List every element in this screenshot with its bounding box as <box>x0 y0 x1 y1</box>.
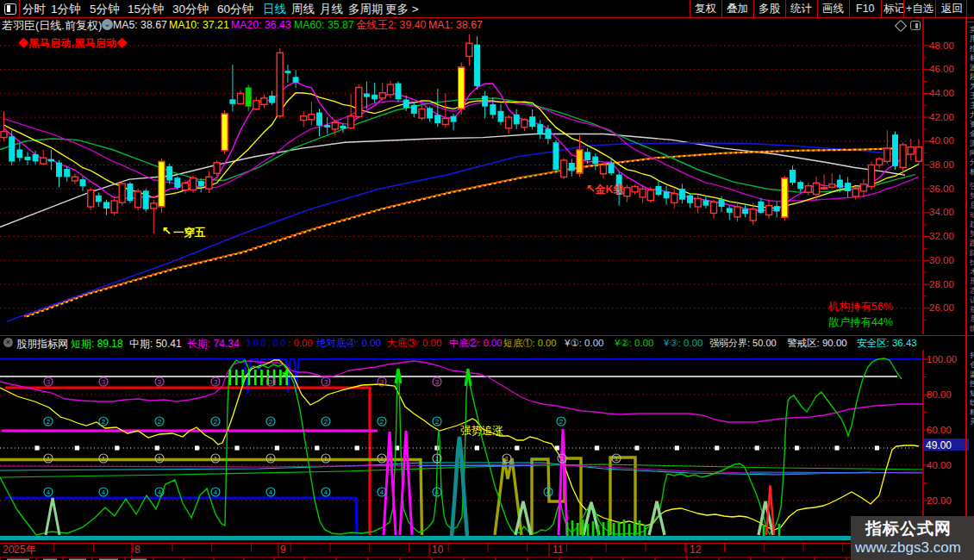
svg-text:1: 1 <box>158 455 162 463</box>
svg-text:4: 4 <box>102 488 106 496</box>
svg-text:3: 3 <box>214 378 218 386</box>
svg-text:3: 3 <box>435 378 440 386</box>
svg-text:4: 4 <box>546 488 551 496</box>
svg-text:4: 4 <box>269 488 273 496</box>
svg-text:1: 1 <box>47 455 51 463</box>
svg-text:3: 3 <box>380 378 384 386</box>
svg-text:1: 1 <box>269 455 273 463</box>
svg-text:2: 2 <box>269 418 273 426</box>
svg-text:3: 3 <box>269 378 273 386</box>
svg-text:1: 1 <box>505 455 509 463</box>
svg-text:1: 1 <box>560 455 565 463</box>
svg-text:3: 3 <box>158 378 162 386</box>
svg-text:1: 1 <box>435 455 440 463</box>
svg-text:2: 2 <box>214 418 218 426</box>
svg-text:4: 4 <box>380 488 384 496</box>
svg-text:4: 4 <box>214 488 218 496</box>
svg-text:4: 4 <box>435 488 440 496</box>
svg-text:2: 2 <box>102 418 106 426</box>
svg-text:4: 4 <box>158 488 162 496</box>
svg-text:2: 2 <box>158 418 162 426</box>
svg-text:2: 2 <box>559 418 564 426</box>
svg-text:2: 2 <box>47 418 51 426</box>
svg-text:3: 3 <box>324 378 328 386</box>
svg-text:1: 1 <box>324 455 328 463</box>
svg-text:4: 4 <box>324 488 328 496</box>
svg-text:2: 2 <box>435 418 440 426</box>
svg-text:1: 1 <box>380 455 384 463</box>
svg-text:4: 4 <box>47 488 51 496</box>
svg-text:1: 1 <box>102 455 106 463</box>
svg-text:3: 3 <box>102 378 106 386</box>
svg-text:1: 1 <box>214 455 218 463</box>
svg-text:1: 1 <box>615 455 619 463</box>
svg-text:2: 2 <box>324 418 328 426</box>
svg-text:2: 2 <box>380 418 384 426</box>
svg-text:3: 3 <box>47 378 51 386</box>
